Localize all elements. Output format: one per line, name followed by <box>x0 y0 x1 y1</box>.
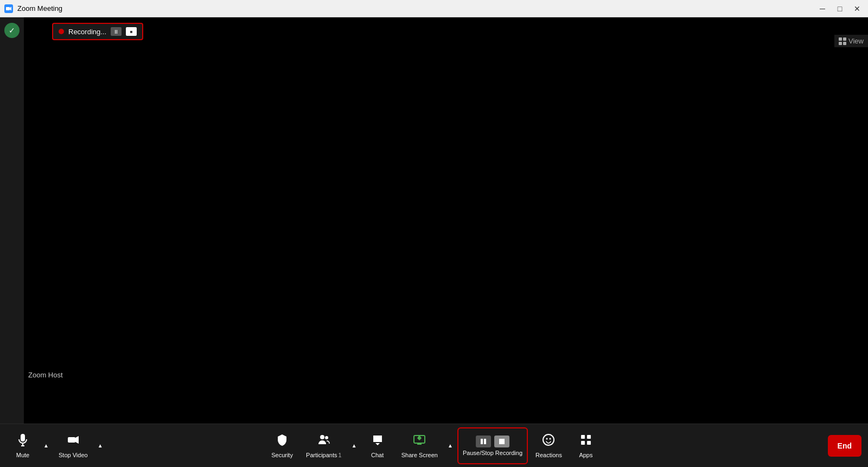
mute-chevron[interactable]: ▲ <box>41 435 51 457</box>
svg-rect-4 <box>843 37 846 41</box>
svg-rect-6 <box>843 42 846 45</box>
close-button[interactable]: ✕ <box>851 2 864 15</box>
window-title: Zoom Meeting <box>17 4 62 12</box>
main-area: ✓ Recording... ⏸ ■ View <box>0 17 868 424</box>
chat-icon <box>371 433 384 450</box>
pause-stop-recording-group: Pause/Stop Recording <box>457 427 528 464</box>
security-label: Security <box>271 452 293 458</box>
stop-video-label: Stop Video <box>59 452 88 458</box>
mute-label: Mute <box>16 452 29 458</box>
svg-point-22 <box>546 438 548 439</box>
security-button[interactable]: Security <box>266 428 298 463</box>
participants-button[interactable]: Participants1 <box>301 428 347 463</box>
share-screen-chevron[interactable]: ▲ <box>445 435 455 457</box>
svg-marker-10 <box>75 436 79 444</box>
mute-icon <box>16 433 29 450</box>
zoom-host-label: Zoom Host <box>28 371 63 379</box>
svg-rect-24 <box>581 435 585 439</box>
svg-rect-26 <box>581 441 585 445</box>
toolbar-right: End <box>828 435 861 457</box>
share-screen-icon <box>413 433 426 450</box>
toolbar-center: Security Participants1 ▲ <box>266 427 602 464</box>
title-bar-left: Zoom Meeting <box>4 4 62 13</box>
stop-video-chevron[interactable]: ▲ <box>95 435 105 457</box>
view-button[interactable]: View <box>834 35 868 47</box>
pause-stop-recording-label: Pause/Stop Recording <box>463 450 522 456</box>
recording-stop-button[interactable]: ■ <box>126 27 137 36</box>
toolbar-left: Mute ▲ Stop Video ▲ <box>7 428 105 463</box>
svg-rect-19 <box>484 439 486 444</box>
share-screen-label: Share Screen <box>401 452 438 458</box>
view-icon <box>839 37 846 45</box>
svg-rect-27 <box>587 441 591 445</box>
apps-icon <box>579 433 592 450</box>
svg-rect-5 <box>839 42 842 45</box>
svg-rect-9 <box>68 437 75 443</box>
stop-video-icon <box>67 433 80 450</box>
recording-pause-button[interactable]: ⏸ <box>111 27 122 36</box>
toolbar: Mute ▲ Stop Video ▲ Security <box>0 424 868 467</box>
chat-label: Chat <box>371 452 384 458</box>
stop-video-button[interactable]: Stop Video <box>53 428 93 463</box>
svg-point-12 <box>325 436 328 439</box>
maximize-button[interactable]: □ <box>833 2 846 15</box>
svg-rect-20 <box>499 439 505 444</box>
left-sidebar: ✓ <box>0 17 24 424</box>
participants-chevron[interactable]: ▲ <box>349 435 359 457</box>
reactions-label: Reactions <box>535 452 562 458</box>
end-button[interactable]: End <box>828 435 861 457</box>
svg-rect-1 <box>6 7 10 10</box>
svg-point-21 <box>543 434 554 445</box>
shield-status-icon: ✓ <box>4 23 20 38</box>
stop-recording-toolbar-button[interactable] <box>494 436 509 447</box>
zoom-icon <box>4 4 13 13</box>
title-bar: Zoom Meeting ─ □ ✕ <box>0 0 868 17</box>
security-icon <box>276 433 289 450</box>
apps-label: Apps <box>579 452 592 458</box>
apps-button[interactable]: Apps <box>570 428 602 463</box>
participants-label: Participants1 <box>306 452 342 458</box>
pause-recording-toolbar-button[interactable] <box>476 436 491 447</box>
reactions-icon <box>542 433 555 450</box>
svg-point-11 <box>320 435 324 439</box>
chat-button[interactable]: Chat <box>361 428 394 463</box>
video-area: Recording... ⏸ ■ View <box>24 17 868 424</box>
svg-rect-18 <box>481 439 483 444</box>
reactions-button[interactable]: Reactions <box>530 428 567 463</box>
recording-label: Recording... <box>68 28 106 36</box>
participants-icon <box>317 433 330 450</box>
svg-rect-25 <box>587 435 591 439</box>
svg-point-23 <box>550 438 551 439</box>
svg-rect-3 <box>839 37 842 41</box>
recording-dot <box>59 29 64 34</box>
window-controls: ─ □ ✕ <box>816 2 864 15</box>
share-screen-button[interactable]: Share Screen <box>396 428 443 463</box>
mute-button[interactable]: Mute <box>7 428 39 463</box>
minimize-button[interactable]: ─ <box>816 2 829 15</box>
recording-indicator: Recording... ⏸ ■ <box>52 23 143 40</box>
